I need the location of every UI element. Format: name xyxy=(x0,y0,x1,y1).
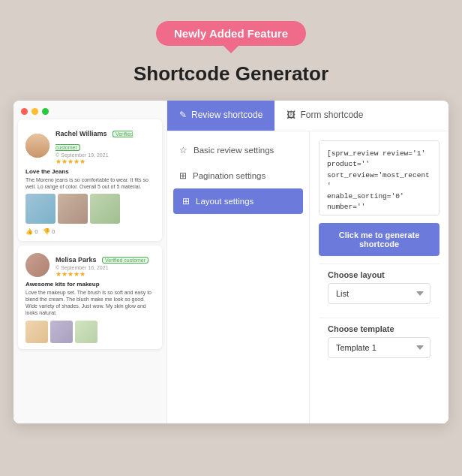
reviewer-info-2: Melisa Parks Verified customer © Septemb… xyxy=(56,252,148,278)
left-preview-panel: Rachel Williams Verified customer © Sept… xyxy=(14,101,167,423)
reviewer-name-1: Rachel Williams Verified customer xyxy=(56,125,154,152)
pagination-icon: ⊞ xyxy=(179,170,187,181)
thumbs-down: 👎 0 xyxy=(43,228,56,235)
review-img-1c xyxy=(90,194,120,224)
badge-wrapper: Newly Added Feature xyxy=(0,21,462,46)
review-img-1a xyxy=(26,194,56,224)
page-title: Shortcode Generator xyxy=(0,62,462,86)
review-img-2b xyxy=(50,321,73,343)
review-date-2: © September 16, 2021 xyxy=(56,265,148,270)
layout-icon: ⊞ xyxy=(182,196,190,206)
reviewer-info-1: Rachel Williams Verified customer © Sept… xyxy=(56,125,154,165)
menu-basic[interactable]: ☆ Basic review settings xyxy=(167,137,309,163)
main-card: Rachel Williams Verified customer © Sept… xyxy=(14,101,448,423)
review-img-1b xyxy=(58,194,88,224)
review-images-1 xyxy=(26,194,154,224)
template-select[interactable]: Template 1 Template 2 Template 3 xyxy=(328,337,430,358)
review-tab-label: Review shortcode xyxy=(191,110,262,120)
badge-text: Newly Added Feature xyxy=(174,27,288,40)
review-img-2a xyxy=(26,321,48,343)
review-card-1: Rachel Williams Verified customer © Sept… xyxy=(18,119,162,241)
stars-1: ★★★★★ xyxy=(56,158,154,165)
right-content: ☆ Basic review settings ⊞ Pagination set… xyxy=(167,131,448,423)
layout-label: Layout settings xyxy=(196,197,254,206)
choose-template-label: Choose template xyxy=(328,324,430,333)
form-tab-icon: 🖼 xyxy=(286,110,296,120)
thumbs-row-1: 👍 0 👎 0 xyxy=(26,228,154,235)
tab-review-shortcode[interactable]: ✎ Review shortcode xyxy=(167,101,274,131)
stars-2: ★★★★★ xyxy=(56,270,148,278)
review-img-2c xyxy=(75,321,98,343)
name-text-1: Rachel Williams xyxy=(56,130,106,137)
layout-select[interactable]: List Grid Masonry xyxy=(328,283,430,304)
review-text-2: Love the makeup set. The brush is so sof… xyxy=(26,289,154,316)
review-title-1: Love the Jeans xyxy=(26,168,154,175)
window-controls xyxy=(14,101,166,119)
dot-red xyxy=(21,108,28,115)
review-card-2: Melisa Parks Verified customer © Septemb… xyxy=(18,246,162,348)
feature-badge: Newly Added Feature xyxy=(156,21,306,46)
code-area-wrapper: Click me to generate shortcode Choose la… xyxy=(310,131,448,423)
menu-pagination[interactable]: ⊞ Pagination settings xyxy=(167,163,309,188)
review-title-2: Awesome kits for makeup xyxy=(26,281,154,288)
menu-layout[interactable]: ⊞ Layout settings xyxy=(173,188,303,214)
layout-section: Choose layout List Grid Masonry xyxy=(319,264,440,310)
basic-label: Basic review settings xyxy=(194,146,274,155)
review-date-1: © September 19, 2021 xyxy=(56,152,154,158)
tabs-row: ✎ Review shortcode 🖼 Form shortcode xyxy=(167,101,448,131)
right-panel: ✎ Review shortcode 🖼 Form shortcode ☆ Ba… xyxy=(167,101,448,423)
avatar-1 xyxy=(26,134,50,158)
review-images-2 xyxy=(26,321,154,343)
shortcode-output[interactable] xyxy=(319,140,440,215)
name-text-2: Melisa Parks xyxy=(56,256,97,264)
review-tab-icon: ✎ xyxy=(179,110,187,120)
side-menu: ☆ Basic review settings ⊞ Pagination set… xyxy=(167,131,310,423)
avatar-2 xyxy=(26,253,50,277)
generate-shortcode-button[interactable]: Click me to generate shortcode xyxy=(319,223,440,256)
dot-yellow xyxy=(32,108,38,115)
pagination-label: Pagination settings xyxy=(193,171,266,180)
reviewer-row-1: Rachel Williams Verified customer © Sept… xyxy=(26,125,154,165)
dot-green xyxy=(42,108,49,115)
thumbs-up: 👍 0 xyxy=(26,228,38,235)
template-section: Choose template Template 1 Template 2 Te… xyxy=(319,318,440,364)
choose-layout-label: Choose layout xyxy=(328,270,430,279)
form-tab-label: Form shortcode xyxy=(300,110,363,120)
tab-form-shortcode[interactable]: 🖼 Form shortcode xyxy=(274,101,375,131)
reviewer-name-2: Melisa Parks Verified customer xyxy=(56,252,148,265)
reviewer-row-2: Melisa Parks Verified customer © Septemb… xyxy=(26,252,154,278)
review-text-1: The Moreno jeans is so comfortable to we… xyxy=(26,176,154,190)
basic-icon: ☆ xyxy=(179,145,188,155)
verified-badge-2: Verified customer xyxy=(102,257,148,264)
